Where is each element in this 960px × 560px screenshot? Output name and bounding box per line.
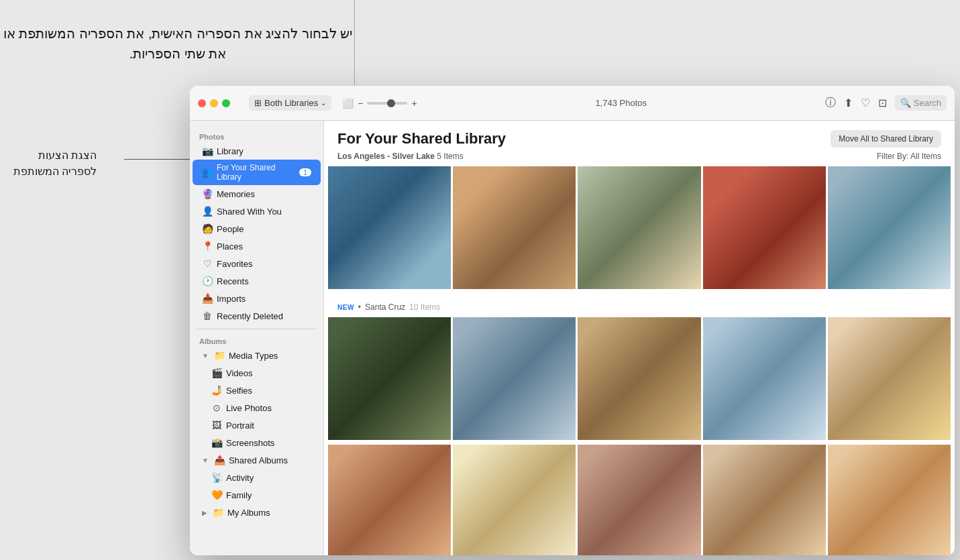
sidebar-item-for-your-shared-library[interactable]: 👥 For Your Shared Library 1 (193, 160, 321, 185)
sidebar-item-videos[interactable]: 🎬 Videos (193, 364, 321, 382)
top-annotation: יש לבחור להציג את הספריה האישית, את הספר… (0, 0, 356, 87)
sidebar-item-screenshots[interactable]: 📸 Screenshots (193, 434, 321, 451)
photo-cell[interactable] (703, 166, 826, 289)
sidebar-divider-1 (197, 329, 317, 329)
photo-cell[interactable] (828, 445, 951, 555)
my-albums-icon: 📁 (213, 507, 223, 518)
location-name-2: Santa Cruz (365, 302, 405, 312)
library-label: Both Libraries (264, 98, 318, 108)
sidebar-label-selfies: Selfies (226, 386, 252, 396)
item-count-2: 10 Items (409, 302, 440, 312)
photo-cell[interactable] (453, 445, 576, 555)
item-count-1: 5 Items (437, 152, 463, 161)
sidebar-item-family[interactable]: 🧡 Family (193, 486, 321, 504)
imports-icon: 📥 (202, 293, 213, 304)
sidebar-label-memories: Memories (217, 189, 255, 199)
sidebar-label-recents: Recents (217, 276, 249, 286)
sidebar-item-people[interactable]: 🧑 People (193, 220, 321, 237)
zoom-slider[interactable] (367, 102, 407, 105)
photo-cell[interactable] (328, 445, 451, 555)
photo-cell[interactable] (578, 445, 700, 555)
photo-cell[interactable] (328, 317, 451, 440)
side-annotation-line1: הצגת הצעות (13, 148, 97, 164)
sidebar-label-screenshots: Screenshots (226, 438, 274, 448)
annotation-divider (354, 0, 355, 86)
videos-icon: 🎬 (211, 368, 222, 378)
selfies-icon: 🤳 (211, 385, 222, 396)
sidebar: Photos 📷 Library 👥 For Your Shared Libra… (190, 121, 324, 555)
search-icon: 🔍 (900, 98, 911, 108)
sidebar-label-library: Library (217, 146, 244, 156)
library-selector[interactable]: ⊞ Both Libraries ⌄ (249, 95, 331, 111)
traffic-lights (198, 99, 230, 107)
bullet: • (358, 302, 361, 312)
sidebar-label-shared: For Your Shared Library (217, 163, 295, 182)
close-button[interactable] (198, 99, 206, 107)
sidebar-item-live-photos[interactable]: ⊙ Live Photos (193, 399, 321, 416)
zoom-plus[interactable]: + (411, 98, 417, 109)
recently-deleted-icon: 🗑 (202, 311, 213, 321)
portrait-icon: 🖼 (211, 420, 222, 431)
photo-cell[interactable] (703, 317, 826, 440)
shared-library-icon: 👥 (202, 167, 213, 178)
shared-albums-icon: 📤 (214, 455, 225, 465)
titlebar-controls: ⊞ Both Libraries ⌄ ⬜ − + 1,743 Photos ⓘ … (235, 95, 947, 111)
favorites-icon: ♡ (202, 258, 213, 269)
sidebar-item-imports[interactable]: 📥 Imports (193, 290, 321, 307)
photo-cell[interactable] (328, 166, 451, 289)
heart-icon[interactable]: ♡ (861, 97, 870, 109)
photo-cell[interactable] (703, 445, 826, 555)
sidebar-label-videos: Videos (226, 368, 253, 378)
sidebar-item-memories[interactable]: 🔮 Memories (193, 185, 321, 203)
photo-cell[interactable] (828, 166, 951, 289)
main-content: Photos 📷 Library 👥 For Your Shared Libra… (190, 121, 955, 555)
sidebar-item-library[interactable]: 📷 Library (193, 142, 321, 160)
shared-library-badge: 1 (299, 168, 311, 176)
sidebar-item-portrait[interactable]: 🖼 Portrait (193, 416, 321, 434)
maximize-button[interactable] (222, 99, 230, 107)
sidebar-label-people: People (217, 224, 244, 234)
location-text-1: Los Angeles - Silver Lake 5 Items (337, 152, 464, 161)
sidebar-label-portrait: Portrait (226, 421, 254, 431)
sidebar-label-places: Places (217, 241, 243, 251)
screenshots-icon: 📸 (211, 437, 222, 448)
photo-cell[interactable] (578, 166, 700, 289)
sidebar-item-activity[interactable]: 📡 Activity (193, 469, 321, 486)
move-all-button[interactable]: Move All to Shared Library (831, 130, 941, 148)
grid-icon[interactable]: ⊡ (878, 97, 887, 109)
sidebar-item-selfies[interactable]: 🤳 Selfies (193, 382, 321, 399)
zoom-minus[interactable]: − (358, 98, 363, 109)
share-icon[interactable]: ⬆ (844, 97, 853, 109)
photo-cell[interactable] (453, 317, 576, 440)
sidebar-section-albums: Albums (190, 333, 323, 347)
photo-grid-2 (324, 315, 955, 443)
side-annotation-line2: לספריה המשותפת (13, 164, 97, 180)
collapse-arrow-shared: ▼ (202, 457, 209, 464)
minimize-button[interactable] (210, 99, 218, 107)
sidebar-item-recently-deleted[interactable]: 🗑 Recently Deleted (193, 307, 321, 325)
sidebar-item-media-types[interactable]: ▼ 📁 Media Types (193, 347, 321, 364)
photo-cell[interactable] (828, 317, 951, 440)
sidebar-label-favorites: Favorites (217, 259, 252, 269)
sidebar-item-places[interactable]: 📍 Places (193, 237, 321, 255)
filter-dropdown[interactable]: Filter By: All Items (877, 152, 941, 161)
photo-title: For Your Shared Library (337, 130, 506, 148)
sidebar-item-favorites[interactable]: ♡ Favorites (193, 255, 321, 272)
main-window: ⊞ Both Libraries ⌄ ⬜ − + 1,743 Photos ⓘ … (190, 86, 955, 555)
photo-cell[interactable] (578, 317, 700, 440)
search-bar[interactable]: 🔍 Search (895, 95, 947, 111)
sidebar-section-photos: Photos (190, 129, 323, 142)
sidebar-item-shared-with-you[interactable]: 👤 Shared With You (193, 203, 321, 220)
sidebar-item-recents[interactable]: 🕐 Recents (193, 272, 321, 290)
chevron-down-icon: ⌄ (321, 99, 326, 107)
sidebar-item-my-albums[interactable]: ▶ 📁 My Albums (193, 504, 321, 521)
annotation-text: יש לבחור להציג את הספריה האישית, את הספר… (0, 23, 356, 64)
sidebar-item-shared-albums[interactable]: ▼ 📤 Shared Albums (193, 451, 321, 469)
new-badge: NEW (337, 304, 354, 311)
photo-cell[interactable] (453, 166, 576, 289)
annotation-arrow (124, 159, 198, 160)
info-icon[interactable]: ⓘ (825, 96, 836, 110)
activity-icon: 📡 (211, 472, 222, 483)
sidebar-label-live-photos: Live Photos (226, 403, 272, 413)
sidebar-label-family: Family (226, 490, 252, 500)
